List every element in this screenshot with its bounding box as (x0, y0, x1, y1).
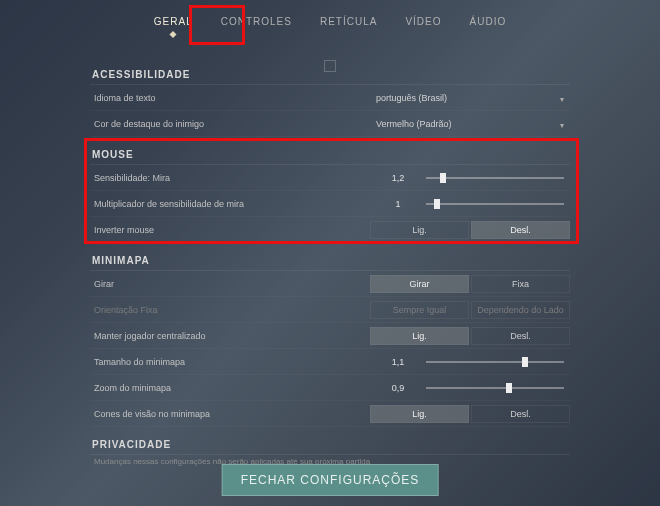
row-multiplicador: Multiplicador de sensibilidade de mira 1 (90, 191, 570, 217)
dropdown-cor-destaque[interactable]: Vermelho (Padrão) ▾ (370, 119, 570, 129)
row-idioma: Idioma de texto português (Brasil) ▾ (90, 85, 570, 111)
row-sensibilidade: Sensibilidade: Mira 1,2 (90, 165, 570, 191)
label-cones: Cones de visão no minimapa (90, 409, 370, 419)
label-idioma: Idioma de texto (90, 93, 370, 103)
slider-track[interactable] (426, 361, 564, 363)
toggle-orient-a: Sempre Igual (370, 301, 469, 319)
slider-thumb[interactable] (522, 357, 528, 367)
row-tamanho-minimapa: Tamanho do minimapa 1,1 (90, 349, 570, 375)
slider-value: 1 (370, 199, 426, 209)
tab-label: VÍDEO (405, 16, 441, 27)
label-sensibilidade: Sensibilidade: Mira (90, 173, 370, 183)
slider-thumb[interactable] (440, 173, 446, 183)
row-orientacao: Orientação Fixa Sempre Igual Dependendo … (90, 297, 570, 323)
slider-track[interactable] (426, 387, 564, 389)
dropdown-idioma[interactable]: português (Brasil) ▾ (370, 93, 570, 103)
slider-track[interactable] (426, 203, 564, 205)
tab-reticula[interactable]: RETÍCULA (306, 10, 391, 37)
tab-label: GERAL (154, 16, 193, 27)
close-settings-button[interactable]: FECHAR CONFIGURAÇÕES (222, 464, 439, 496)
slider-value: 1,1 (370, 357, 426, 367)
label-zoom: Zoom do minimapa (90, 383, 370, 393)
settings-tabs: GERAL CONTROLES RETÍCULA VÍDEO ÁUDIO (0, 0, 660, 37)
toggle-off[interactable]: Desl. (471, 221, 570, 239)
toggle-cones: Lig. Desl. (370, 405, 570, 423)
toggle-orient-b: Dependendo do Lado (471, 301, 570, 319)
row-girar: Girar Girar Fixa (90, 271, 570, 297)
label-girar: Girar (90, 279, 370, 289)
label-multiplicador: Multiplicador de sensibilidade de mira (90, 199, 370, 209)
toggle-girar-a[interactable]: Girar (370, 275, 469, 293)
slider-value: 1,2 (370, 173, 426, 183)
toggle-on[interactable]: Lig. (370, 221, 469, 239)
row-cones: Cones de visão no minimapa Lig. Desl. (90, 401, 570, 427)
slider-value: 0,9 (370, 383, 426, 393)
chevron-down-icon: ▾ (560, 121, 564, 130)
row-centralizado: Manter jogador centralizado Lig. Desl. (90, 323, 570, 349)
slider-tamanho[interactable]: 1,1 (370, 357, 570, 367)
toggle-on[interactable]: Lig. (370, 327, 469, 345)
tab-controles[interactable]: CONTROLES (207, 10, 306, 37)
dropdown-value: Vermelho (Padrão) (376, 119, 452, 129)
slider-track[interactable] (426, 177, 564, 179)
toggle-centralizado: Lig. Desl. (370, 327, 570, 345)
chevron-down-icon: ▾ (560, 95, 564, 104)
slider-multiplicador[interactable]: 1 (370, 199, 570, 209)
tab-video[interactable]: VÍDEO (391, 10, 455, 37)
slider-sensibilidade[interactable]: 1,2 (370, 173, 570, 183)
row-zoom-minimapa: Zoom do minimapa 0,9 (90, 375, 570, 401)
toggle-off[interactable]: Desl. (471, 327, 570, 345)
row-inverter-mouse: Inverter mouse Lig. Desl. (90, 217, 570, 243)
section-header-acessibilidade: ACESSIBILIDADE (90, 57, 570, 85)
close-label: FECHAR CONFIGURAÇÕES (241, 473, 420, 487)
slider-thumb[interactable] (434, 199, 440, 209)
settings-content: ACESSIBILIDADE Idioma de texto português… (0, 37, 660, 470)
toggle-girar-b[interactable]: Fixa (471, 275, 570, 293)
toggle-off[interactable]: Desl. (471, 405, 570, 423)
section-header-privacidade: PRIVACIDADE (90, 427, 570, 455)
tab-label: RETÍCULA (320, 16, 377, 27)
label-orientacao: Orientação Fixa (90, 305, 370, 315)
tab-audio[interactable]: ÁUDIO (456, 10, 521, 37)
slider-thumb[interactable] (506, 383, 512, 393)
label-tamanho: Tamanho do minimapa (90, 357, 370, 367)
toggle-on[interactable]: Lig. (370, 405, 469, 423)
label-inverter: Inverter mouse (90, 225, 370, 235)
section-header-minimapa: MINIMAPA (90, 243, 570, 271)
tab-label: CONTROLES (221, 16, 292, 27)
toggle-girar: Girar Fixa (370, 275, 570, 293)
tab-label: ÁUDIO (470, 16, 507, 27)
slider-zoom[interactable]: 0,9 (370, 383, 570, 393)
toggle-orientacao: Sempre Igual Dependendo do Lado (370, 301, 570, 319)
label-centralizado: Manter jogador centralizado (90, 331, 370, 341)
dropdown-value: português (Brasil) (376, 93, 447, 103)
label-cor-destaque: Cor de destaque do inimigo (90, 119, 370, 129)
section-header-mouse: MOUSE (90, 137, 570, 165)
row-cor-destaque: Cor de destaque do inimigo Vermelho (Pad… (90, 111, 570, 137)
toggle-inverter: Lig. Desl. (370, 221, 570, 239)
tab-geral[interactable]: GERAL (140, 10, 207, 37)
